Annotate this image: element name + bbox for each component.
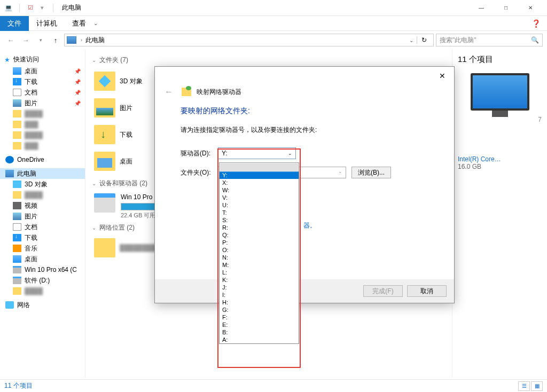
dropdown-option[interactable]: W:: [220, 186, 299, 194]
dropdown-option[interactable]: O:: [220, 246, 299, 254]
qat-properties-icon[interactable]: ☑: [26, 4, 35, 12]
sidebar-this-pc[interactable]: 此电脑: [0, 168, 85, 179]
dropdown-option[interactable]: F:: [220, 313, 299, 321]
sidebar-item-downloads[interactable]: 下载📌: [0, 76, 85, 87]
dropdown-blurred-item[interactable]: [220, 163, 299, 171]
chevron-right-icon[interactable]: ›: [80, 37, 83, 43]
sidebar-item-documents[interactable]: 文档📌: [0, 87, 85, 98]
nav-forward-button: →: [19, 34, 32, 46]
sidebar-network[interactable]: 网络: [0, 300, 85, 310]
dialog-link[interactable]: 器。: [303, 222, 316, 229]
help-icon[interactable]: ❓: [532, 19, 541, 28]
sidebar-item[interactable]: ████: [0, 130, 85, 140]
dropdown-option[interactable]: G:: [220, 306, 299, 313]
dropdown-option[interactable]: I:: [220, 291, 299, 299]
dialog-instruction: 请为连接指定驱动器号，以及你要连接的文件夹:: [181, 126, 428, 135]
dialog-close-button[interactable]: ✕: [436, 69, 449, 82]
sidebar-item-pictures2[interactable]: 图片: [0, 211, 85, 222]
finish-button[interactable]: 完成(F): [363, 285, 403, 297]
dropdown-option[interactable]: A:: [220, 336, 299, 343]
address-bar[interactable]: › 此电脑 ⌄ ↻: [64, 34, 434, 46]
sidebar-onedrive[interactable]: OneDrive: [0, 154, 85, 165]
title-bar: 💻 ☑ ▾ 此电脑 — □ ✕: [0, 0, 547, 16]
dropdown-option[interactable]: U:: [220, 201, 299, 209]
sidebar: ★快速访问 桌面📌 下载📌 文档📌 图片📌 ████ ███ ████ ███ …: [0, 49, 85, 378]
dropdown-option[interactable]: S:: [220, 216, 299, 224]
dialog-heading: 要映射的网络文件夹:: [181, 106, 428, 116]
dropdown-option[interactable]: Q:: [220, 231, 299, 239]
drive-dropdown-list[interactable]: Y:X:W:V:U:T:S:R:Q:P:O:N:M:L:K:J:I:H:G:F:…: [219, 162, 299, 344]
search-icon: 🔍: [531, 36, 539, 44]
sidebar-item[interactable]: ████: [0, 190, 85, 200]
cancel-button[interactable]: 取消: [407, 285, 447, 297]
browse-button[interactable]: 浏览(B)...: [351, 167, 391, 178]
sidebar-item-desktop2[interactable]: 桌面: [0, 254, 85, 264]
dropdown-option[interactable]: B:: [220, 328, 299, 336]
dropdown-option[interactable]: M:: [220, 261, 299, 269]
sidebar-item-documents2[interactable]: 文档: [0, 222, 85, 232]
dropdown-option[interactable]: E:: [220, 321, 299, 328]
dropdown-option[interactable]: R:: [220, 224, 299, 231]
dialog-back-button[interactable]: ←: [165, 87, 173, 97]
view-details-button[interactable]: ☰: [518, 381, 530, 391]
address-dropdown-icon[interactable]: ⌄: [406, 37, 417, 43]
sidebar-item[interactable]: ████: [0, 286, 85, 296]
chevron-down-icon: ⌄: [288, 151, 292, 156]
sidebar-item[interactable]: ███: [0, 119, 85, 130]
drive-select[interactable]: Y: ⌄: [218, 147, 296, 159]
nav-back-button[interactable]: ←: [4, 34, 17, 46]
dropdown-option[interactable]: H:: [220, 299, 299, 306]
tab-computer[interactable]: 计算机: [29, 16, 65, 31]
sidebar-item-downloads2[interactable]: 下载: [0, 232, 85, 243]
tab-view[interactable]: 查看: [65, 16, 93, 31]
sidebar-item-3d[interactable]: 3D 对象: [0, 179, 85, 190]
ribbon-expand-icon[interactable]: ⌄: [93, 20, 98, 26]
folder-label: 文件夹(O):: [181, 168, 218, 177]
map-network-drive-dialog: ✕ ← 映射网络驱动器 要映射的网络文件夹: 请为连接指定驱动器号，以及你要连接…: [154, 66, 455, 303]
dropdown-option[interactable]: V:: [220, 194, 299, 201]
nav-recent-button[interactable]: ▾: [34, 34, 47, 46]
sidebar-item[interactable]: ████: [0, 108, 85, 119]
dropdown-option[interactable]: P:: [220, 239, 299, 246]
breadcrumb-this-pc[interactable]: 此电脑: [83, 36, 107, 45]
dropdown-option[interactable]: Y:: [220, 171, 299, 179]
tab-file[interactable]: 文件: [0, 16, 29, 31]
minimize-button[interactable]: —: [469, 0, 494, 16]
sidebar-quick-access[interactable]: ★快速访问: [0, 53, 85, 66]
search-input[interactable]: 搜索"此电脑" 🔍: [436, 34, 543, 46]
dropdown-option[interactable]: N:: [220, 254, 299, 261]
view-icons-button[interactable]: ▦: [531, 381, 543, 391]
sidebar-item-win10[interactable]: Win 10 Pro x64 (C: [0, 264, 85, 275]
search-placeholder: 搜索"此电脑": [440, 36, 531, 45]
drive-label: 驱动器(D):: [181, 149, 218, 158]
dialog-icon: [182, 88, 191, 96]
pc-image: [468, 73, 532, 121]
dropdown-option[interactable]: K:: [220, 276, 299, 284]
sidebar-item-music[interactable]: 音乐: [0, 243, 85, 254]
cpu-info: Intel(R) Core…: [458, 155, 542, 163]
status-bar: 11 个项目 ☰ ▦: [0, 379, 547, 392]
dropdown-option[interactable]: J:: [220, 284, 299, 291]
sidebar-item-videos[interactable]: 视频: [0, 200, 85, 211]
address-bar-row: ← → ▾ ↑ › 此电脑 ⌄ ↻ 搜索"此电脑" 🔍: [0, 31, 547, 49]
qat-dropdown-icon[interactable]: ▾: [38, 4, 46, 12]
window-title: 此电脑: [62, 3, 81, 12]
ram-info: 16.0 GB: [458, 163, 542, 170]
maximize-button[interactable]: □: [494, 0, 518, 16]
item-count: 11 个项目: [458, 54, 542, 65]
pc-icon: [67, 36, 76, 44]
sidebar-item-softd[interactable]: 软件 (D:): [0, 275, 85, 286]
nav-up-button[interactable]: ↑: [49, 34, 62, 46]
dropdown-option[interactable]: X:: [220, 179, 299, 186]
sidebar-item[interactable]: ███: [0, 140, 85, 151]
drive-icon: [94, 193, 115, 213]
group-folders[interactable]: ⌄文件夹 (7): [92, 56, 446, 65]
dropdown-option[interactable]: L:: [220, 269, 299, 276]
ribbon-bar: 文件 计算机 查看 ⌄ ❓: [0, 16, 547, 31]
refresh-icon[interactable]: ↻: [417, 36, 431, 44]
sidebar-item-pictures[interactable]: 图片📌: [0, 98, 85, 108]
sidebar-item-desktop[interactable]: 桌面📌: [0, 66, 85, 76]
dialog-title: 映射网络驱动器: [197, 88, 241, 97]
close-button[interactable]: ✕: [518, 0, 543, 16]
dropdown-option[interactable]: T:: [220, 209, 299, 216]
